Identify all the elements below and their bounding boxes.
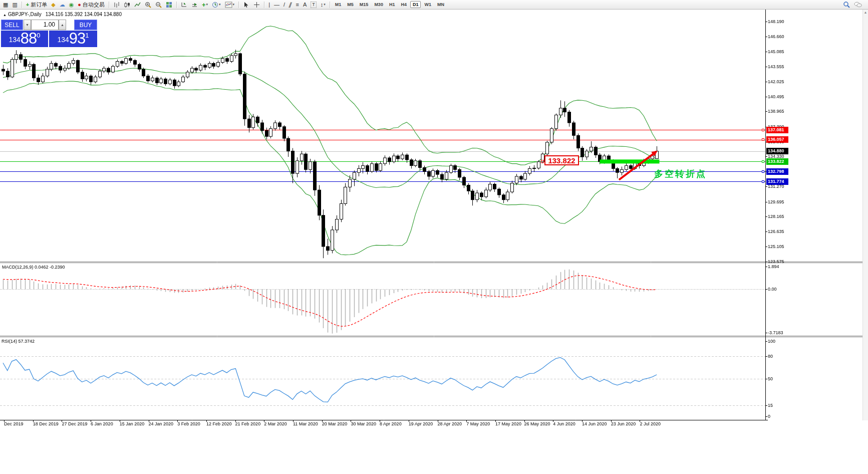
line-handle[interactable] — [762, 180, 764, 183]
line-handle[interactable] — [762, 160, 764, 163]
periods-button[interactable]: ▾ — [210, 1, 222, 9]
chat-button[interactable] — [852, 1, 863, 9]
chart-symbol-period: GBPJPY-,Daily — [8, 12, 42, 17]
dropdown-icon: ▾ — [206, 3, 208, 7]
autotrade-icon: ● — [78, 2, 81, 8]
volume-increase-button[interactable]: ▲ — [59, 20, 66, 30]
date-tick-label: 19 Apr 2020 — [409, 421, 433, 426]
chart-shift-icon — [181, 2, 187, 8]
price-tick-label: 142.025 — [768, 79, 784, 84]
community-button[interactable]: ☁ — [58, 1, 67, 9]
volume-input[interactable]: 1.00 — [31, 20, 59, 30]
date-tick-label: 6 Jan 2020 — [91, 421, 113, 426]
trend-annotation-text[interactable]: 多空转折点 — [654, 168, 707, 180]
cursor-button[interactable] — [241, 1, 251, 9]
sell-price[interactable]: 134880 — [1, 31, 48, 47]
cursor-icon — [243, 2, 249, 8]
hammer-icon: ◆ — [51, 2, 55, 8]
indicators-add-icon: + — [202, 2, 206, 8]
date-tick-label: 15 Jan 2020 — [120, 421, 145, 426]
hammer-button[interactable]: ◆ — [50, 1, 57, 9]
volume-decrease-button[interactable]: ▼ — [24, 20, 31, 30]
horizontal-line-icon: — — [274, 2, 279, 8]
tile-windows-button[interactable] — [164, 1, 174, 9]
dropdown-icon: ▾ — [324, 3, 326, 7]
macd-tick-label: -3.7183 — [768, 330, 783, 335]
market-watch-button[interactable]: ▦ — [2, 1, 10, 9]
timeframe-m30[interactable]: M30 — [372, 1, 386, 8]
line-chart-button[interactable] — [133, 1, 142, 9]
zoom-out-button[interactable] — [154, 1, 163, 9]
date-tick-label: 17 May 2020 — [495, 421, 521, 426]
bar-chart-icon — [113, 2, 120, 8]
buy-price[interactable]: 134931 — [49, 31, 97, 47]
indicators-button[interactable]: +▾ — [200, 1, 209, 9]
rsi-title: RSI(14) — [2, 339, 17, 344]
text-icon: A — [303, 2, 307, 8]
price-tick-label: 123.575 — [768, 259, 784, 264]
buy-button[interactable]: BUY — [74, 20, 97, 30]
buy-price-big: 93 — [69, 31, 85, 46]
text-button[interactable]: A — [302, 1, 308, 9]
one-click-trading-panel: SELL ▼ 1.00 ▲ BUY 134880 134931 — [1, 20, 97, 47]
trendline-icon: / — [283, 2, 285, 8]
vertical-line-button[interactable]: | — [267, 1, 271, 9]
chart-canvas[interactable] — [0, 0, 868, 474]
date-tick-label: 24 Jan 2020 — [149, 421, 174, 426]
timeframe-h4[interactable]: H4 — [398, 1, 409, 8]
date-tick-label: 2 Mar 2020 — [264, 421, 287, 426]
data-window-button[interactable]: ▥ — [11, 1, 19, 9]
timeframe-mn[interactable]: MN — [435, 1, 447, 8]
timeframe-h1[interactable]: H1 — [387, 1, 398, 8]
toolbar: ▦ ▥ + 新订单 ◆ ☁ ◉ ● 自动交易 +▾ ▾ ▾ | — / ∥ — [0, 0, 868, 10]
dropdown-icon: ▾ — [219, 3, 221, 7]
tile-windows-icon — [166, 2, 172, 8]
price-tick-label: 140.495 — [768, 94, 784, 99]
crosshair-button[interactable] — [252, 1, 261, 9]
arrows-button[interactable]: ↕▾ — [319, 1, 327, 9]
line-price-label: 137.081 — [766, 127, 788, 133]
price-tick-label: 148.190 — [768, 19, 784, 24]
date-tick-label: 12 Feb 2020 — [206, 421, 232, 426]
line-price-label: 133.822 — [766, 158, 788, 165]
mt4-window: ▦ ▥ + 新订单 ◆ ☁ ◉ ● 自动交易 +▾ ▾ ▾ | — / ∥ — [0, 0, 868, 474]
timeframe-d1[interactable]: D1 — [410, 1, 421, 8]
scrollbar-up-icon: ▲ — [863, 11, 868, 14]
search-icon — [843, 1, 850, 8]
sell-price-small: 134 — [9, 33, 20, 46]
line-handle[interactable] — [762, 170, 764, 173]
rsi-value: 57.3742 — [19, 339, 35, 344]
timeframe-w1[interactable]: W1 — [422, 1, 434, 8]
fibonacci-button[interactable]: ≡ — [295, 1, 301, 9]
line-handle[interactable] — [762, 138, 764, 141]
autotrade-button[interactable]: ● 自动交易 — [76, 1, 106, 9]
sell-price-sup: 0 — [37, 32, 40, 39]
zoom-in-button[interactable] — [143, 1, 153, 9]
candlestick-chart-button[interactable] — [122, 1, 132, 9]
trendline-button[interactable]: / — [282, 1, 286, 9]
sell-button[interactable]: SELL — [1, 20, 23, 30]
bar-chart-button[interactable] — [112, 1, 121, 9]
timeframe-m1[interactable]: M1 — [333, 1, 344, 8]
line-handle[interactable] — [762, 129, 764, 131]
community-icon: ☁ — [60, 2, 65, 8]
date-tick-label: 11 Mar 2020 — [293, 421, 318, 426]
signal-button[interactable]: ◉ — [68, 1, 76, 9]
horizontal-line-button[interactable]: — — [272, 1, 281, 9]
new-order-button[interactable]: + 新订单 — [25, 1, 49, 9]
channel-button[interactable]: ∥ — [287, 1, 294, 9]
price-annotation-box[interactable]: 133.822 — [544, 155, 579, 165]
search-button[interactable] — [841, 1, 851, 9]
auto-scroll-button[interactable] — [190, 1, 199, 9]
timeframe-m5[interactable]: M5 — [345, 1, 356, 8]
auto-scroll-icon — [191, 2, 198, 8]
data-window-icon: ▥ — [12, 2, 17, 8]
date-tick-label: 18 Dec 2019 — [33, 421, 59, 426]
templates-button[interactable]: ▾ — [223, 1, 236, 9]
text-label-button[interactable]: T — [309, 1, 318, 9]
channel-icon: ∥ — [288, 2, 293, 8]
timeframe-m15[interactable]: M15 — [357, 1, 371, 8]
chart-shift-button[interactable] — [179, 1, 189, 9]
chart-ohlc-values: 134.116 135.392 134.094 134.880 — [46, 12, 122, 17]
chart-scrollbar[interactable]: ▲ — [862, 10, 868, 420]
